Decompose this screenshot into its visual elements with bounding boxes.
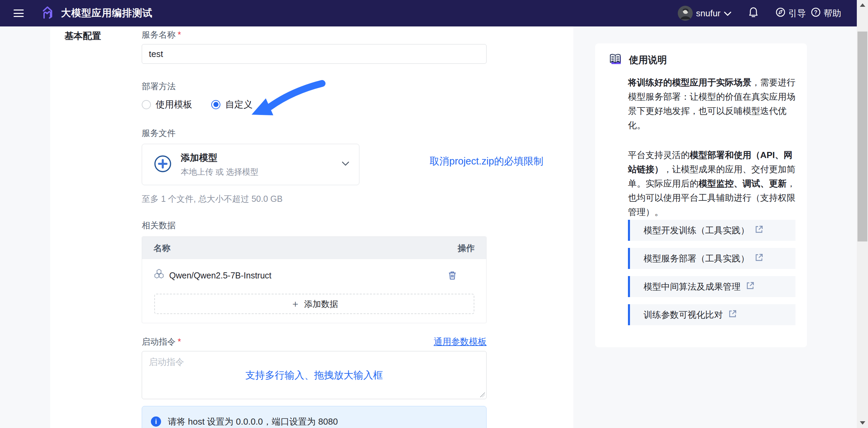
start-command-label: 启动指令*: [142, 336, 181, 347]
usage-title: 使用说明: [629, 54, 667, 66]
table-row: Qwen/Qwen2.5-7B-Instruct: [154, 267, 475, 284]
start-command-header: 启动指令* 通用参数模板: [142, 336, 487, 348]
delete-row-button[interactable]: [448, 270, 457, 280]
top-navbar: 大模型应用编排测试 snufur: [0, 0, 857, 26]
question-circle-icon: ?: [811, 7, 821, 20]
plus-circle-icon: [154, 155, 172, 174]
open-book-icon: [609, 53, 622, 67]
table-body: Qwen/Qwen2.5-7B-Instruct ＋ 添加数据: [142, 259, 486, 323]
main-panel: 基本配置 服务名称* 部署方法 使用模板 自定义 服务文件: [50, 26, 573, 428]
start-command-textarea[interactable]: [142, 351, 487, 399]
page: 大模型应用编排测试 snufur: [0, 0, 868, 428]
info-icon: i: [151, 416, 161, 427]
chevron-down-icon: [341, 161, 350, 168]
alert-text: 请将 host 设置为 0.0.0.0，端口设置为 8080: [168, 416, 338, 428]
service-name-input[interactable]: [142, 44, 487, 64]
scroll-up-arrow[interactable]: [857, 0, 868, 10]
service-name-label: 服务名称*: [142, 29, 181, 40]
external-link-icon: [728, 309, 737, 320]
navbar-right: snufur 引导: [678, 6, 841, 21]
radio-custom[interactable]: 自定义: [211, 98, 253, 111]
app-logo-icon: [40, 5, 55, 21]
deploy-method-radios: 使用模板 自定义: [142, 97, 253, 112]
related-data-label: 相关数据: [142, 220, 176, 231]
add-data-label: 添加数据: [304, 298, 338, 310]
file-limit-hint: 至多 1 个文件, 总大小不超过 50.0 GB: [142, 193, 282, 205]
add-data-button[interactable]: ＋ 添加数据: [154, 294, 474, 314]
column-actions: 操作: [458, 242, 475, 254]
host-port-alert: i 请将 host 设置为 0.0.0.0，端口设置为 8080: [142, 406, 487, 428]
deploy-method-label: 部署方法: [142, 81, 176, 92]
brand: 大模型应用编排测试: [40, 5, 153, 21]
common-params-template-link[interactable]: 通用参数模板: [434, 336, 487, 348]
plus-icon: ＋: [291, 297, 300, 310]
user-menu[interactable]: snufur: [678, 6, 731, 21]
page-title: 大模型应用编排测试: [61, 6, 153, 20]
service-files-label: 服务文件: [142, 128, 176, 139]
add-model-title: 添加模型: [181, 152, 258, 164]
cancel-projectzip-link[interactable]: 取消project.zip的必填限制: [430, 155, 543, 168]
chevron-down-icon: [724, 8, 731, 19]
guide-button[interactable]: 引导: [775, 7, 806, 20]
related-data-table: 名称 操作 Qwen/Qw: [142, 236, 487, 323]
usage-paragraph-2: 平台支持灵活的模型部署和使用（API、网站链接），让模型成果的应用、交付更加简单…: [628, 148, 795, 219]
notification-bell-icon[interactable]: [748, 7, 758, 20]
avatar: [678, 6, 693, 21]
column-name: 名称: [154, 242, 171, 254]
guide-label: 引导: [788, 7, 806, 19]
start-command-field: 支持多行输入、拖拽放大输入框: [142, 351, 487, 399]
usage-paragraph-1: 将训练好的模型应用于实际场景，需要进行模型服务部署：让模型的价值在真实应用场景下…: [628, 75, 795, 132]
menu-icon[interactable]: [14, 9, 24, 17]
link-model-algorithm-mgmt[interactable]: 模型中间算法及成果管理: [628, 276, 795, 297]
link-training-params-compare[interactable]: 训练参数可视化比对: [628, 304, 795, 325]
add-model-dropdown[interactable]: 添加模型 本地上传 或 选择模型: [142, 144, 359, 185]
scrollbar-thumb[interactable]: [857, 32, 867, 241]
usage-instructions-card: 使用说明 将训练好的模型应用于实际场景，需要进行模型服务部署：让模型的价值在真实…: [595, 43, 807, 347]
compass-icon: [775, 7, 786, 20]
add-model-subtitle: 本地上传 或 选择模型: [181, 167, 258, 177]
section-basic-config: 基本配置: [64, 30, 101, 42]
external-link-icon: [755, 253, 764, 264]
table-header: 名称 操作: [142, 237, 486, 259]
link-model-service-deploy[interactable]: 模型服务部署（工具实践）: [628, 248, 795, 269]
model-name: Qwen/Qwen2.5-7B-Instruct: [169, 271, 272, 280]
svg-text:?: ?: [814, 9, 817, 15]
help-button[interactable]: ? 帮助: [811, 7, 841, 20]
required-asterisk: *: [178, 30, 181, 39]
radio-use-template[interactable]: 使用模板: [142, 98, 192, 111]
external-link-icon: [746, 281, 755, 292]
user-name: snufur: [696, 8, 721, 19]
model-hexagons-icon: [154, 269, 164, 282]
scroll-down-arrow[interactable]: [857, 418, 868, 428]
external-link-icon: [755, 225, 764, 236]
usage-header: 使用说明: [609, 54, 794, 66]
usage-links: 模型开发训练（工具实践） 模型服务部署（工具实践） 模型中间算法及成果管理 训练…: [628, 220, 795, 325]
deploy-form: 服务名称* 部署方法 使用模板 自定义 服务文件: [142, 26, 487, 428]
link-model-dev-training[interactable]: 模型开发训练（工具实践）: [628, 220, 795, 241]
vertical-scrollbar[interactable]: [857, 0, 868, 428]
radio-circle-unchecked[interactable]: [142, 100, 151, 109]
radio-circle-checked[interactable]: [211, 100, 220, 109]
required-asterisk: *: [178, 337, 181, 346]
help-label: 帮助: [824, 7, 841, 19]
